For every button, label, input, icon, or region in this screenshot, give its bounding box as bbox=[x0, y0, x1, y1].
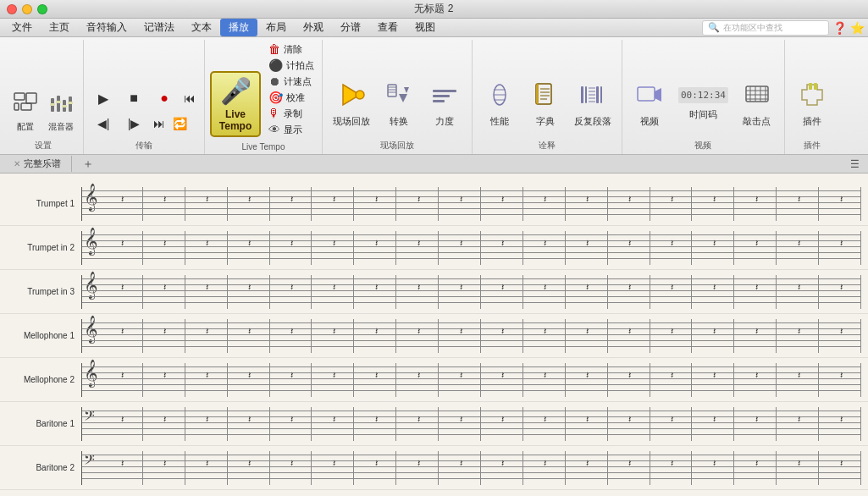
measure: 𝄽 bbox=[819, 319, 861, 353]
live-tempo-small-group: 🗑 清除 ⚫ 计拍点 ⏺ 计速点 🎯 校准 bbox=[266, 41, 317, 137]
staff-content-trumpet2: 𝄞 𝄽 𝄽 𝄽 𝄽 𝄽 𝄽 𝄽 𝄽 𝄽 𝄽 𝄽 𝄽 bbox=[81, 231, 861, 265]
measure: 𝄽 bbox=[819, 363, 861, 397]
svg-rect-35 bbox=[596, 86, 599, 103]
menu-layout[interactable]: 布局 bbox=[257, 19, 295, 36]
plugins-button[interactable]: 插件 bbox=[790, 74, 834, 135]
settings-icon[interactable]: ⭐ bbox=[850, 21, 865, 35]
notation-group-content: 性能 字典 bbox=[478, 41, 616, 138]
maximize-button[interactable] bbox=[37, 4, 47, 14]
measure: 𝄽 bbox=[228, 187, 270, 221]
score-tab-menu[interactable]: ☰ bbox=[845, 157, 865, 172]
menu-notation[interactable]: 记谱法 bbox=[135, 19, 183, 36]
ribbon-group-live-playback: 现场回放 转换 bbox=[323, 40, 473, 154]
measure: 𝄽 bbox=[143, 407, 185, 441]
measure: 𝄽 bbox=[312, 451, 354, 485]
ribbon-content: 配置 混 bbox=[0, 37, 868, 154]
score-page: Trumpet 1 𝄞 𝄽 𝄽 𝄽 𝄽 𝄽 𝄽 𝄽 𝄽 𝄽 𝄽 bbox=[0, 174, 868, 496]
video-button[interactable]: 视频 bbox=[628, 74, 672, 135]
measure: 𝄽 bbox=[481, 187, 523, 221]
hit-point-button[interactable]: 敲击点 bbox=[735, 74, 779, 135]
record-button[interactable]: ● bbox=[150, 85, 179, 111]
display-button[interactable]: 👁 显示 bbox=[266, 122, 317, 137]
add-tab-button[interactable]: ＋ bbox=[75, 155, 101, 174]
minimize-button[interactable] bbox=[22, 4, 32, 14]
staff-row-mellophone2: Mellophone 2 𝄞 𝄽 𝄽 𝄽 𝄽 𝄽 𝄽 𝄽 𝄽 𝄽 𝄽 bbox=[0, 358, 868, 402]
measure: 𝄽 bbox=[481, 363, 523, 397]
convert-button[interactable]: 转换 bbox=[377, 74, 421, 135]
measure: 𝄽 bbox=[228, 451, 270, 485]
live-tempo-button[interactable]: 🎤 LiveTempo bbox=[210, 71, 261, 137]
measure: 𝄽 bbox=[185, 407, 228, 441]
staff-content-mellophone2: 𝄞 𝄽 𝄽 𝄽 𝄽 𝄽 𝄽 𝄽 𝄽 𝄽 𝄽 𝄽 𝄽 bbox=[81, 363, 861, 397]
loop-button[interactable]: 🔁 bbox=[170, 113, 189, 135]
prev-button[interactable]: ◀| bbox=[89, 113, 118, 135]
menu-text[interactable]: 文本 bbox=[183, 19, 220, 36]
measure: 𝄽 bbox=[185, 363, 228, 397]
measure: 𝄽 bbox=[608, 231, 650, 265]
menu-bar: 文件 主页 音符输入 记谱法 文本 播放 布局 外观 分谱 查看 视图 🔍 在功… bbox=[0, 19, 868, 37]
measure: 𝄽 bbox=[692, 187, 734, 221]
menu-parts[interactable]: 分谱 bbox=[332, 19, 369, 36]
video-label: 视频 bbox=[640, 115, 659, 128]
plugins-icon bbox=[799, 81, 826, 112]
measure: 𝄽 bbox=[185, 231, 228, 265]
record2-icon: 🎙 bbox=[268, 107, 280, 120]
menu-home[interactable]: 主页 bbox=[41, 19, 78, 36]
menu-playback[interactable]: 播放 bbox=[220, 19, 257, 36]
menu-view[interactable]: 查看 bbox=[369, 19, 406, 36]
measures-mellophone1: 𝄽 𝄽 𝄽 𝄽 𝄽 𝄽 𝄽 𝄽 𝄽 𝄽 𝄽 𝄽 𝄽 𝄽 𝄽 𝄽 bbox=[101, 319, 861, 353]
dictionary-button[interactable]: 字典 bbox=[523, 74, 567, 135]
repeat-label: 反复段落 bbox=[574, 115, 611, 128]
measure: 𝄽 bbox=[777, 275, 819, 309]
skip-start-button[interactable]: ⏮ bbox=[180, 85, 199, 111]
live-playback-button[interactable]: 现场回放 bbox=[328, 74, 375, 135]
search-box[interactable]: 🔍 在功能区中查找 bbox=[702, 20, 829, 36]
next-button[interactable]: |▶ bbox=[119, 113, 148, 135]
timecode-button[interactable]: 00:12:34 时间码 bbox=[673, 74, 733, 135]
performance-icon bbox=[486, 81, 513, 112]
tap-points-button[interactable]: ⚫ 计拍点 bbox=[266, 58, 317, 73]
measure: 𝄽 bbox=[143, 363, 185, 397]
configure-button[interactable]: 配置 bbox=[8, 90, 42, 135]
menu-appearance[interactable]: 外观 bbox=[295, 19, 332, 36]
performance-button[interactable]: 性能 bbox=[478, 74, 522, 135]
measure: 𝄽 bbox=[692, 407, 734, 441]
menu-file[interactable]: 文件 bbox=[3, 19, 41, 36]
measure: 𝄽 bbox=[523, 231, 566, 265]
skip-end-button[interactable]: ⏭ bbox=[150, 113, 169, 135]
dynamics-button[interactable]: 力度 bbox=[423, 74, 467, 135]
svg-rect-28 bbox=[536, 84, 539, 104]
count-points-button[interactable]: ⏺ 计速点 bbox=[266, 74, 317, 89]
play-button[interactable]: ▶ bbox=[89, 85, 118, 111]
hit-point-icon bbox=[744, 81, 771, 112]
clear-button[interactable]: 🗑 清除 bbox=[266, 41, 317, 57]
svg-rect-10 bbox=[62, 105, 67, 107]
svg-marker-43 bbox=[655, 88, 661, 102]
menu-note-input[interactable]: 音符输入 bbox=[78, 19, 135, 36]
menu-view2[interactable]: 视图 bbox=[406, 19, 444, 36]
plugin-group-content: 插件 bbox=[790, 41, 834, 138]
measure: 𝄽 bbox=[101, 451, 143, 485]
dictionary-icon bbox=[532, 81, 559, 112]
close-button[interactable] bbox=[7, 4, 17, 14]
calibrate-button[interactable]: 🎯 校准 bbox=[266, 90, 317, 105]
setup-label: 设置 bbox=[8, 138, 78, 154]
svg-rect-14 bbox=[388, 85, 396, 96]
measures-baritone1: 𝄽 𝄽 𝄽 𝄽 𝄽 𝄽 𝄽 𝄽 𝄽 𝄽 𝄽 𝄽 𝄽 𝄽 𝄽 𝄽 bbox=[101, 407, 861, 441]
mixer-button[interactable]: 混音器 bbox=[44, 90, 78, 135]
measure: 𝄽 bbox=[439, 363, 481, 397]
measure: 𝄽 bbox=[777, 451, 819, 485]
ribbon-group-video: 视频 00:12:34 时间码 bbox=[622, 40, 785, 154]
measure: 𝄽 bbox=[523, 451, 566, 485]
stop-button[interactable]: ■ bbox=[119, 85, 148, 111]
close-tab-icon[interactable]: ✕ bbox=[14, 159, 20, 168]
measure: 𝄽 bbox=[354, 363, 396, 397]
help-icon[interactable]: ❓ bbox=[832, 21, 847, 35]
repeat-button[interactable]: 反复段落 bbox=[569, 74, 616, 135]
instrument-label-trumpet3: Trumpet in 3 bbox=[7, 287, 81, 296]
measures-trumpet2: 𝄽 𝄽 𝄽 𝄽 𝄽 𝄽 𝄽 𝄽 𝄽 𝄽 𝄽 𝄽 𝄽 𝄽 𝄽 𝄽 bbox=[101, 231, 861, 265]
video-group-content: 视频 00:12:34 时间码 bbox=[628, 41, 779, 138]
complete-score-tab[interactable]: ✕ 完整乐谱 bbox=[3, 156, 72, 172]
record2-button[interactable]: 🎙 录制 bbox=[266, 106, 317, 121]
staff-content-trumpet1: 𝄞 𝄽 𝄽 𝄽 𝄽 𝄽 𝄽 𝄽 𝄽 𝄽 𝄽 𝄽 𝄽 bbox=[81, 187, 861, 221]
